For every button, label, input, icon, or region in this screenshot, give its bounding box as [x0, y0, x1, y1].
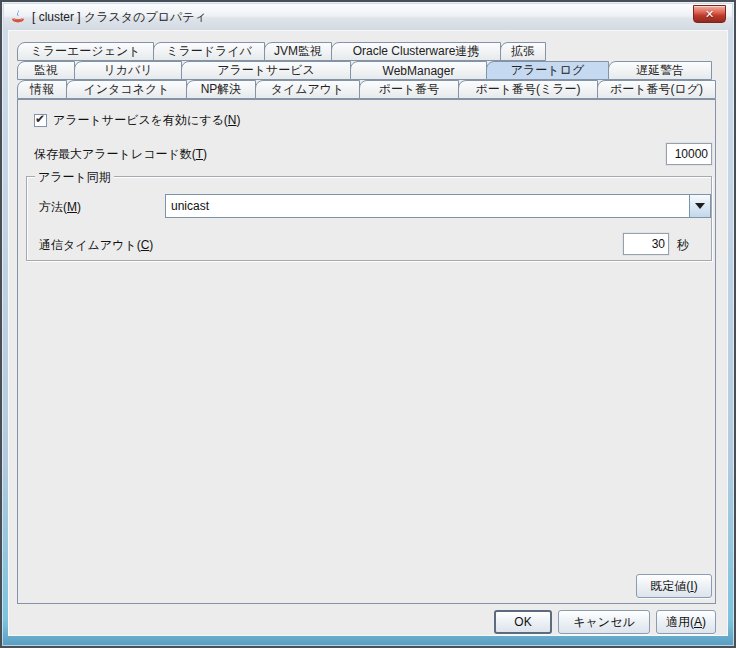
max-records-label: 保存最大アラートレコード数(T) [34, 146, 207, 163]
alert-sync-group-title: アラート同期 [35, 169, 114, 186]
tab-port-number-mirror[interactable]: ポート番号(ミラー) [458, 80, 598, 99]
tab-np-resolution[interactable]: NP解決 [186, 80, 256, 99]
tab-port-number-log[interactable]: ポート番号(ログ) [597, 80, 716, 99]
comm-timeout-field[interactable]: 30 [623, 233, 669, 255]
tab-mirror-driver[interactable]: ミラードライバ [153, 42, 265, 61]
titlebar: [ cluster ] クラスタのプロパティ ✕ [4, 4, 732, 30]
max-records-field[interactable]: 10000 [666, 143, 712, 165]
tab-alert-service[interactable]: アラートサービス [181, 61, 351, 80]
window-title: [ cluster ] クラスタのプロパティ [32, 9, 693, 26]
tab-oracle-clusterware[interactable]: Oracle Clusterware連携 [331, 42, 501, 61]
tab-interconnect[interactable]: インタコネクト [66, 80, 187, 99]
comm-timeout-label: 通信タイムアウト(C) [39, 237, 153, 254]
alert-sync-group: アラート同期 方法(M) unicast 通信タイムアウト(C) 30 秒 [26, 176, 712, 261]
tab-info[interactable]: 情報 [17, 80, 67, 99]
ok-button[interactable]: OK [494, 610, 552, 634]
tab-alert-log[interactable]: アラートログ [486, 61, 609, 80]
tab-delay-warning[interactable]: 遅延警告 [608, 61, 712, 80]
method-combobox-value: unicast [166, 195, 689, 217]
tab-row-3: 情報 インタコネクト NP解決 タイムアウト ポート番号 ポート番号(ミラー) … [17, 80, 715, 99]
tab-jvm-monitor[interactable]: JVM監視 [264, 42, 332, 61]
combobox-dropdown-button[interactable] [689, 195, 710, 217]
cluster-properties-dialog: [ cluster ] クラスタのプロパティ ✕ ミラーエージェント ミラードラ… [0, 0, 736, 648]
cancel-button[interactable]: キャンセル [558, 610, 650, 634]
tab-webmanager[interactable]: WebManager [350, 61, 487, 80]
tab-row-1: ミラーエージェント ミラードライバ JVM監視 Oracle Clusterwa… [17, 42, 545, 61]
java-icon [10, 9, 26, 25]
alert-log-tab-panel: アラートサービスを有効にする(N) 保存最大アラートレコード数(T) 10000… [17, 99, 716, 604]
enable-alert-service-checkbox[interactable] [34, 114, 47, 127]
enable-alert-service-label: アラートサービスを有効にする(N) [53, 112, 240, 129]
default-values-button[interactable]: 既定値(I) [636, 574, 712, 598]
tab-recovery[interactable]: リカバリ [74, 61, 182, 80]
tab-extension[interactable]: 拡張 [500, 42, 546, 61]
tab-monitor[interactable]: 監視 [17, 61, 75, 80]
comm-timeout-unit-label: 秒 [677, 237, 689, 254]
tab-mirror-agent[interactable]: ミラーエージェント [17, 42, 154, 61]
enable-alert-service-row: アラートサービスを有効にする(N) [34, 112, 240, 129]
apply-button[interactable]: 適用(A) [656, 610, 716, 634]
dialog-client-area: ミラーエージェント ミラードライバ JVM監視 Oracle Clusterwa… [8, 30, 728, 636]
tab-row-2: 監視 リカバリ アラートサービス WebManager アラートログ 遅延警告 [17, 61, 711, 80]
close-button[interactable]: ✕ [693, 5, 726, 23]
method-label: 方法(M) [39, 199, 81, 216]
tab-timeout[interactable]: タイムアウト [255, 80, 360, 99]
method-combobox[interactable]: unicast [165, 194, 711, 218]
tab-port-number[interactable]: ポート番号 [359, 80, 459, 99]
chevron-down-icon [695, 203, 705, 209]
